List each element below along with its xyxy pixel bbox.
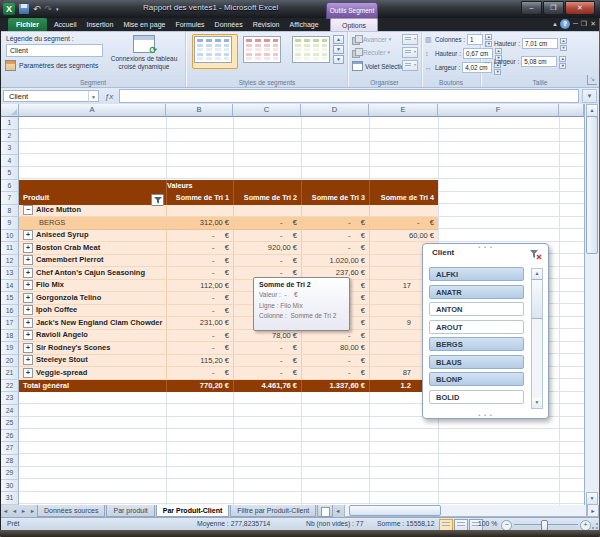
save-icon[interactable]	[19, 4, 29, 14]
expand-icon[interactable]: +	[23, 243, 33, 253]
row-header-18[interactable]: 18	[1, 330, 19, 343]
pivot-value-cell[interactable]: - €	[369, 217, 438, 229]
pivot-value-cell[interactable]: 60,00 €	[369, 230, 438, 242]
pivot-value-cell[interactable]: - €	[166, 242, 233, 254]
row-header-24[interactable]: 24	[1, 405, 19, 418]
expand-icon[interactable]: +	[23, 268, 33, 278]
minimize-button[interactable]: –	[521, 1, 542, 15]
slicer-item-anatr[interactable]: ANATR	[429, 285, 524, 299]
pivot-value-cell[interactable]	[233, 205, 301, 217]
row-header-4[interactable]: 4	[1, 155, 19, 168]
row-header-28[interactable]: 28	[1, 455, 19, 468]
row-header-10[interactable]: 10	[1, 230, 19, 243]
slicer-item-blonp[interactable]: BLONP	[429, 372, 524, 386]
slicer-caption-input[interactable]: Client	[6, 44, 103, 57]
row-header-8[interactable]: 8	[1, 205, 19, 218]
horizontal-scrollbar[interactable]	[344, 505, 587, 517]
undo-icon[interactable]: ↶	[33, 3, 41, 15]
row-header-1[interactable]: 1	[1, 117, 19, 130]
row-header-2[interactable]: 2	[1, 130, 19, 143]
pivot-row-label-cell[interactable]: BERGS	[19, 217, 166, 229]
row-header-14[interactable]: 14	[1, 280, 19, 293]
pivot-col-header[interactable]: Somme de Tri 1	[166, 192, 233, 205]
last-sheet-icon[interactable]: ►	[28, 505, 37, 517]
style-thumbnail-red[interactable]	[241, 34, 287, 69]
row-header-22[interactable]: 22	[1, 380, 19, 393]
expand-icon[interactable]: +	[23, 305, 33, 315]
horizontal-scroll-thumb[interactable]	[349, 505, 441, 516]
pivot-value-cell[interactable]: - €	[301, 242, 369, 254]
row-header-17[interactable]: 17	[1, 317, 19, 330]
slicer-height-spinner[interactable]: ▲▼	[560, 38, 567, 49]
row-header-12[interactable]: 12	[1, 255, 19, 268]
pivot-value-cell[interactable]: - €	[301, 217, 369, 229]
pivot-row-label-cell[interactable]: +Camembert Pierrot	[19, 255, 166, 267]
expand-icon[interactable]: +	[23, 318, 33, 328]
pivot-value-cell[interactable]: - €	[233, 255, 301, 267]
row-header-31[interactable]: 31	[1, 492, 19, 505]
send-backward-button[interactable]: Reculer ▾	[352, 48, 390, 56]
row-header-30[interactable]: 30	[1, 480, 19, 493]
pivot-row-label-cell[interactable]: +Steeleye Stout	[19, 355, 166, 367]
redo-icon[interactable]: ↷	[45, 3, 53, 15]
pivot-value-cell[interactable]: - €	[301, 330, 369, 342]
pivot-row-label-cell[interactable]: +Gorgonzola Telino	[19, 292, 166, 304]
pivot-value-cell[interactable]	[301, 205, 369, 217]
pivot-value-cell[interactable]: 231,00 €	[166, 317, 233, 329]
pivot-value-cell[interactable]: 115,20 €	[166, 355, 233, 367]
tab-donn-es[interactable]: Données	[210, 18, 248, 31]
row-header-27[interactable]: 27	[1, 442, 19, 455]
pivot-value-cell[interactable]: - €	[233, 342, 301, 354]
slicer-scroll-up-icon[interactable]: ▲	[532, 269, 542, 279]
hscroll-right-icon[interactable]: ►	[587, 505, 599, 517]
expand-formula-bar-icon[interactable]: ▼	[582, 89, 597, 103]
pivot-row-label-cell[interactable]: +Ipoh Coffee	[19, 305, 166, 317]
pivot-value-cell[interactable]: - €	[166, 367, 233, 379]
style-thumbnail-green[interactable]	[290, 34, 336, 69]
expand-icon[interactable]: +	[23, 255, 33, 265]
align-icon[interactable]	[402, 34, 418, 45]
row-header-26[interactable]: 26	[1, 430, 19, 443]
expand-icon[interactable]: +	[23, 355, 33, 365]
pivot-connections-button[interactable]: Connexions de tableau croisé dynamique	[105, 34, 183, 84]
column-header-D[interactable]: D	[301, 104, 369, 117]
row-header-29[interactable]: 29	[1, 467, 19, 480]
expand-icon[interactable]: +	[23, 368, 33, 378]
selection-pane-button[interactable]: Volet Sélection	[352, 61, 408, 71]
pivot-value-cell[interactable]	[166, 205, 233, 217]
gallery-down-icon[interactable]: ▼	[333, 45, 344, 54]
expand-icon[interactable]: +	[23, 280, 33, 290]
slicer-scroll-down-icon[interactable]: ▼	[532, 398, 542, 408]
pivot-row-label-cell[interactable]: +Boston Crab Meat	[19, 242, 166, 254]
first-sheet-icon[interactable]: ◄	[1, 505, 10, 517]
pivot-row-label-cell[interactable]: +Veggie-spread	[19, 367, 166, 379]
workbook-restore-icon[interactable]: ❐	[581, 19, 587, 29]
gallery-more-icon[interactable]: ▼	[333, 55, 344, 64]
pivot-col-header[interactable]: Somme de Tri 2	[233, 192, 301, 205]
sheet-tab-filtre-par-produit-client[interactable]: Filtre par Produit-Client	[230, 505, 316, 517]
column-header-clipped[interactable]	[559, 104, 584, 117]
pivot-value-cell[interactable]: 112,00 €	[166, 280, 233, 292]
row-header-3[interactable]: 3	[1, 142, 19, 155]
slicer-height-input[interactable]: 7,01 cm	[522, 38, 558, 49]
expand-icon[interactable]: +	[23, 293, 33, 303]
pivot-value-cell[interactable]: 1.020,00 €	[301, 255, 369, 267]
pivot-value-cell[interactable]: - €	[301, 230, 369, 242]
pivot-row-label-cell[interactable]: +Filo Mix	[19, 280, 166, 292]
row-header-16[interactable]: 16	[1, 305, 19, 318]
slicer-width-input[interactable]: 5,08 cm	[521, 56, 557, 67]
pivot-value-cell[interactable]: - €	[233, 230, 301, 242]
vertical-scrollbar[interactable]: ▲ ▼	[584, 104, 599, 505]
zoom-level[interactable]: 100 %	[478, 520, 497, 527]
formula-input[interactable]	[119, 89, 579, 103]
tab-formules[interactable]: Formules	[170, 18, 209, 31]
pivot-value-cell[interactable]	[369, 205, 438, 217]
group-objects-icon[interactable]	[402, 47, 418, 58]
tab-affichage[interactable]: Affichage	[285, 18, 324, 31]
maximize-button[interactable]: ❐	[543, 1, 564, 15]
rotate-icon[interactable]	[402, 60, 418, 71]
pivot-value-cell[interactable]: 1.337,60 €	[301, 380, 369, 393]
column-header-A[interactable]: A	[19, 104, 166, 117]
workbook-minimize-icon[interactable]: ─	[573, 19, 578, 29]
slicer-width-spinner[interactable]: ▲▼	[559, 56, 566, 67]
